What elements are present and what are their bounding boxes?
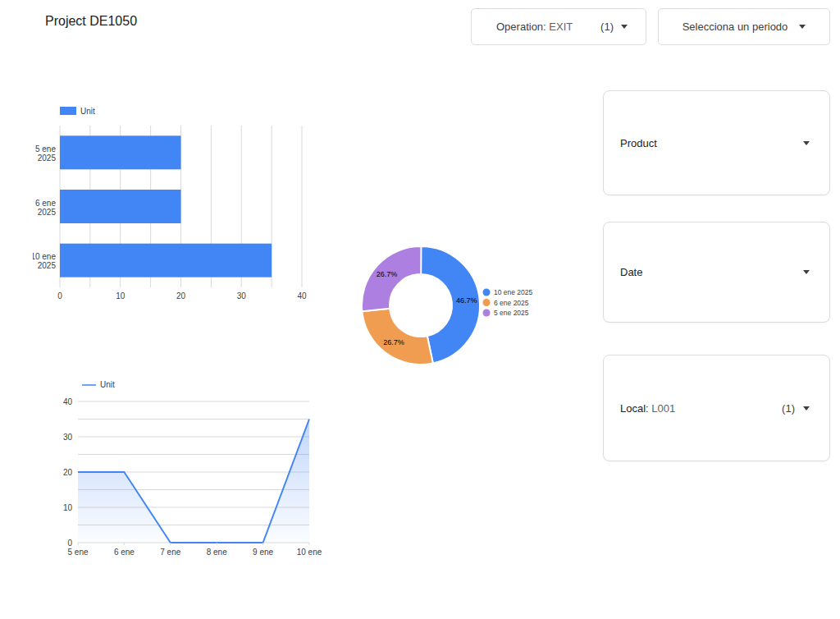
svg-text:6 ene: 6 ene xyxy=(35,199,56,208)
svg-text:10: 10 xyxy=(116,291,126,300)
donut-chart: 46.7%26.7%26.7%10 ene 20256 ene 20255 en… xyxy=(353,236,582,376)
period-dropdown[interactable]: Selecciona un periodo xyxy=(658,8,830,45)
svg-text:46.7%: 46.7% xyxy=(456,296,477,305)
svg-text:0: 0 xyxy=(57,291,62,300)
svg-text:5 ene: 5 ene xyxy=(35,144,56,154)
svg-text:5 ene: 5 ene xyxy=(67,548,88,557)
svg-text:10 ene: 10 ene xyxy=(297,548,322,557)
chevron-down-icon xyxy=(799,25,806,29)
chevron-down-icon xyxy=(803,270,810,274)
local-filter-right: (1) xyxy=(782,402,810,415)
operation-dropdown-right: (1) xyxy=(600,21,628,33)
svg-text:20: 20 xyxy=(176,291,186,300)
svg-text:20: 20 xyxy=(63,468,73,477)
local-filter-card[interactable]: Local: L001 (1) xyxy=(603,355,830,461)
chevron-down-icon xyxy=(621,25,628,29)
date-label: Date xyxy=(620,266,642,278)
svg-text:10 ene: 10 ene xyxy=(33,252,56,261)
operation-count: (1) xyxy=(600,21,614,33)
line-chart: 0102030405 ene6 ene7 ene8 ene9 ene10 ene… xyxy=(57,371,332,564)
svg-text:6 ene: 6 ene xyxy=(114,548,135,557)
svg-text:30: 30 xyxy=(237,291,247,300)
svg-text:10: 10 xyxy=(63,503,73,512)
svg-text:2025: 2025 xyxy=(38,261,57,270)
svg-text:40: 40 xyxy=(63,397,73,406)
product-label: Product xyxy=(620,137,657,149)
local-label: Local: xyxy=(620,402,649,415)
svg-text:7 ene: 7 ene xyxy=(160,548,180,557)
product-filter-card[interactable]: Product xyxy=(603,90,830,195)
dashboard-page: Project DE1050 Operation: EXIT (1) Selec… xyxy=(0,0,840,619)
operation-label: Operation: xyxy=(496,21,546,33)
svg-text:Unit: Unit xyxy=(80,107,95,116)
period-label: Selecciona un periodo xyxy=(682,21,788,33)
local-filter-text: Local: L001 xyxy=(620,402,675,415)
svg-text:2025: 2025 xyxy=(38,154,57,163)
bar-chart: 5 ene20256 ene202510 ene2025010203040Uni… xyxy=(33,94,328,308)
svg-text:2025: 2025 xyxy=(38,208,57,217)
svg-text:10 ene 2025: 10 ene 2025 xyxy=(494,288,533,296)
page-title: Project DE1050 xyxy=(45,14,137,29)
local-count: (1) xyxy=(782,402,795,415)
svg-text:40: 40 xyxy=(297,291,307,300)
svg-text:0: 0 xyxy=(67,539,72,548)
svg-text:26.7%: 26.7% xyxy=(383,338,404,346)
chevron-down-icon xyxy=(803,141,810,145)
svg-text:Unit: Unit xyxy=(100,380,115,389)
date-filter-card[interactable]: Date xyxy=(603,222,830,323)
operation-value: EXIT xyxy=(549,21,573,33)
chevron-down-icon xyxy=(803,406,810,410)
operation-dropdown[interactable]: Operation: EXIT (1) xyxy=(471,8,646,45)
svg-text:5 ene 2025: 5 ene 2025 xyxy=(494,309,529,317)
svg-text:9 ene: 9 ene xyxy=(253,548,273,557)
svg-text:6 ene 2025: 6 ene 2025 xyxy=(494,299,529,307)
svg-text:30: 30 xyxy=(63,433,73,442)
operation-dropdown-text: Operation: EXIT xyxy=(496,21,573,33)
svg-text:8 ene: 8 ene xyxy=(207,548,227,557)
svg-text:26.7%: 26.7% xyxy=(377,270,398,278)
local-value: L001 xyxy=(651,402,675,415)
